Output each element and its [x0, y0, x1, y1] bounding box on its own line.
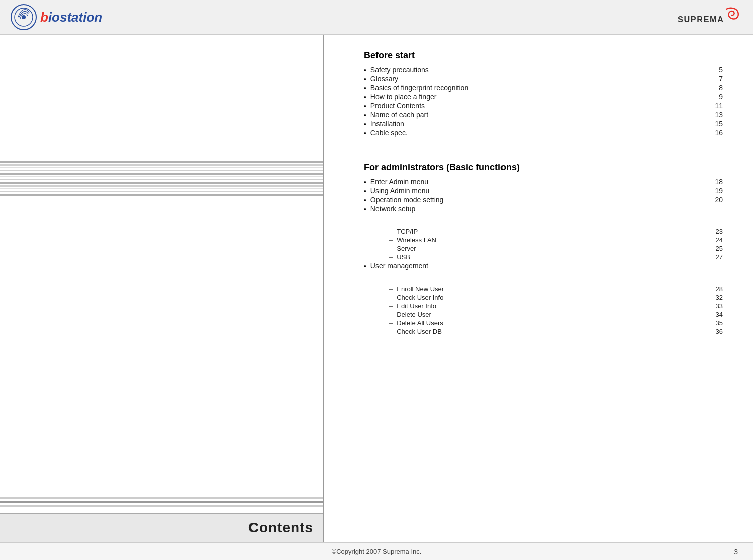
- stripe: [0, 194, 323, 196]
- list-item: ● Cable spec. 16: [364, 129, 723, 137]
- item-label: Wireless LAN: [397, 236, 700, 244]
- list-item: – Check User Info 32: [389, 294, 723, 301]
- item-label: USB: [397, 253, 700, 261]
- page-number: 18: [710, 178, 723, 186]
- decoration-line: [0, 495, 323, 495]
- decoration-line: [0, 501, 323, 503]
- page-number: 19: [710, 187, 723, 195]
- list-item: – Enroll New User 28: [389, 285, 723, 293]
- list-item: ● Safety precautions 5: [364, 66, 723, 74]
- bullet-icon: ●: [364, 180, 366, 184]
- administrators-list: ● Enter Admin menu 18 ● Using Admin menu…: [364, 178, 723, 213]
- header: biostation SUPREMA: [0, 0, 753, 35]
- svg-point-2: [22, 15, 26, 19]
- stripe-lines: [0, 161, 323, 197]
- stripe: [0, 167, 323, 168]
- bullet-icon: ●: [364, 189, 366, 193]
- item-label: Check User DB: [397, 328, 700, 335]
- list-item: – Delete User 34: [389, 311, 723, 318]
- stripe: [0, 179, 323, 180]
- dash-icon: –: [389, 302, 393, 310]
- item-label: How to place a finger: [370, 93, 700, 101]
- dash-icon: –: [389, 245, 393, 252]
- item-label: User management: [370, 262, 700, 270]
- dash-icon: –: [389, 228, 393, 235]
- list-item: ● Name of each part 13: [364, 111, 723, 119]
- biostation-logo: biostation: [10, 4, 102, 31]
- bullet-icon: ●: [364, 95, 366, 99]
- contents-lines: [0, 495, 323, 509]
- list-item: ● Installation 15: [364, 120, 723, 128]
- footer: ©Copyright 2007 Suprema Inc.: [0, 542, 753, 560]
- item-label: Basics of fingerprint recognition: [370, 84, 700, 92]
- item-label: Enroll New User: [397, 285, 700, 293]
- copyright-text: ©Copyright 2007 Suprema Inc.: [332, 548, 422, 555]
- item-label: Edit User Info: [397, 302, 700, 310]
- page-number: 11: [710, 102, 723, 110]
- list-item: – USB 27: [389, 253, 723, 261]
- bullet-icon: ●: [364, 264, 366, 268]
- dash-icon: –: [389, 294, 393, 301]
- page-number-display: 3: [734, 548, 738, 556]
- stripe: [0, 164, 323, 166]
- page-number: 13: [710, 111, 723, 119]
- contents-section: Contents: [0, 495, 323, 542]
- item-label: Name of each part: [370, 111, 700, 119]
- item-label: Cable spec.: [370, 129, 700, 137]
- bullet-icon: ●: [364, 77, 366, 81]
- contents-title-bar: Contents: [0, 513, 323, 542]
- decoration-line: [0, 505, 323, 507]
- before-start-list: ● Safety precautions 5 ● Glossary 7 ● Ba…: [364, 66, 723, 137]
- network-sub-list: – TCP/IP 23 – Wireless LAN 24 – Server 2…: [389, 228, 723, 261]
- page-number: 27: [710, 253, 723, 261]
- page-number: 34: [710, 311, 723, 318]
- bullet-icon: ●: [364, 68, 366, 72]
- bullet-icon: ●: [364, 104, 366, 108]
- list-item: – Server 25: [389, 245, 723, 252]
- page-number: 20: [710, 196, 723, 204]
- list-item: ● Product Contents 11: [364, 102, 723, 110]
- item-label: Safety precautions: [370, 66, 700, 74]
- list-item: ● User management: [364, 262, 723, 270]
- item-label: Check User Info: [397, 294, 700, 301]
- suprema-logo: SUPREMA: [678, 4, 743, 31]
- stripe: [0, 185, 323, 187]
- item-label: Server: [397, 245, 700, 252]
- decoration-line: [0, 497, 323, 499]
- page-number: 33: [710, 302, 723, 310]
- stripe: [0, 188, 323, 189]
- bullet-icon: ●: [364, 207, 366, 211]
- page-number: 25: [710, 245, 723, 252]
- list-item: – Check User DB 36: [389, 328, 723, 335]
- page-number: 9: [710, 93, 723, 101]
- page-number: 32: [710, 294, 723, 301]
- page-number: 24: [710, 236, 723, 244]
- page-number: 23: [710, 228, 723, 235]
- list-item: ● Using Admin menu 19: [364, 187, 723, 195]
- list-item: ● Enter Admin menu 18: [364, 178, 723, 186]
- dash-icon: –: [389, 253, 393, 261]
- list-item: ● Basics of fingerprint recognition 8: [364, 84, 723, 92]
- user-management-sub-list: – Enroll New User 28 – Check User Info 3…: [389, 285, 723, 335]
- before-start-title: Before start: [364, 50, 723, 61]
- list-item: ● Glossary 7: [364, 75, 723, 83]
- item-label: Installation: [370, 120, 700, 128]
- suprema-logo-svg: SUPREMA: [678, 4, 743, 29]
- bullet-icon: ●: [364, 122, 366, 126]
- decoration-line: [0, 509, 323, 509]
- header-left: biostation: [10, 4, 102, 31]
- dash-icon: –: [389, 328, 393, 335]
- item-label: Delete User: [397, 311, 700, 318]
- right-panel: Before start ● Safety precautions 5 ● Gl…: [324, 35, 753, 542]
- dash-icon: –: [389, 311, 393, 318]
- page-number: 28: [710, 285, 723, 293]
- list-item: – TCP/IP 23: [389, 228, 723, 235]
- bullet-icon: ●: [364, 198, 366, 202]
- stripe: [0, 191, 323, 192]
- bullet-icon: ●: [364, 113, 366, 117]
- item-label: Delete All Users: [397, 319, 700, 327]
- item-label: Using Admin menu: [370, 187, 700, 195]
- page-number: 35: [710, 319, 723, 327]
- bullet-icon: ●: [364, 86, 366, 90]
- list-item: ● Network setup: [364, 205, 723, 213]
